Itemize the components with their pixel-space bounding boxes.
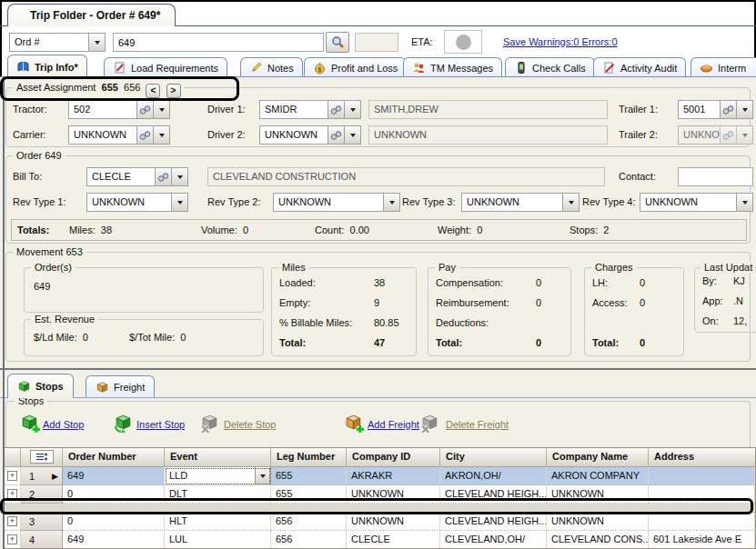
- save-warnings-link[interactable]: Save Warnings:0 Errors:0: [503, 36, 618, 47]
- cell-address[interactable]: [649, 467, 755, 485]
- cell-leg-number[interactable]: 655: [271, 485, 347, 504]
- cell-company-id[interactable]: UNKNOWN: [347, 513, 440, 531]
- dropdown-button[interactable]: [736, 194, 752, 211]
- table-row[interactable]: +20DLT655UNKNOWNCLEVELAND HEIGH...UNKNOW…: [5, 485, 755, 504]
- table-row[interactable]: +30HLT656UNKNOWNCLEVELAND HEIGH...UNKNOW…: [5, 513, 755, 531]
- cell-company-name[interactable]: CLEVELAND CONS...: [547, 531, 649, 549]
- cell-event[interactable]: DLT: [165, 485, 271, 504]
- lookup-binoculars-button[interactable]: [328, 101, 344, 118]
- row-expand-cell[interactable]: +: [5, 531, 21, 549]
- tab-trip-info[interactable]: Trip Info*: [7, 55, 87, 78]
- column-header-event[interactable]: Event: [165, 448, 271, 466]
- insert-stop-link[interactable]: Insert Stop: [136, 419, 185, 430]
- column-header-company-name[interactable]: Company Name: [547, 448, 649, 466]
- table-row[interactable]: +1▶649LLD655AKRAKRAKRON,OH/AKRON COMPANY: [5, 467, 755, 485]
- tab-tm-messages[interactable]: TM Messages: [403, 57, 502, 77]
- row-expand-cell[interactable]: +: [5, 467, 21, 485]
- order-number-input[interactable]: [113, 33, 324, 52]
- row-header[interactable]: 2: [21, 485, 63, 504]
- cell-leg-number[interactable]: 656: [271, 531, 347, 549]
- order-field-selector[interactable]: Ord #: [9, 33, 106, 52]
- expand-plus-icon[interactable]: +: [7, 534, 17, 544]
- row-expand-cell[interactable]: +: [5, 485, 21, 504]
- column-header-order-number[interactable]: Order Number: [63, 448, 165, 466]
- cell-address[interactable]: [649, 513, 755, 531]
- contact-input[interactable]: [678, 167, 753, 186]
- rev-type3-select[interactable]: UNKNOWN: [461, 193, 580, 212]
- cell-order-number[interactable]: 0: [63, 513, 165, 531]
- cell-company-name[interactable]: UNKNOWN: [547, 485, 649, 504]
- expand-plus-icon[interactable]: +: [7, 516, 17, 526]
- carrier-combo[interactable]: UNKNOWN: [68, 125, 170, 145]
- tab-activity-audit[interactable]: Activity Audit: [593, 57, 686, 77]
- dropdown-button[interactable]: [736, 101, 752, 118]
- lookup-binoculars-button[interactable]: [136, 101, 153, 118]
- cell-order-number[interactable]: 649: [63, 467, 165, 485]
- dropdown-button[interactable]: [344, 126, 360, 144]
- cell-event[interactable]: LUL: [165, 531, 271, 549]
- cell-city[interactable]: CLEVELAND HEIGH...: [440, 485, 547, 504]
- rev-type4-select[interactable]: UNKNOWN: [640, 193, 753, 212]
- expand-plus-icon[interactable]: +: [7, 489, 17, 499]
- cell-company-id[interactable]: UNKNOWN: [347, 485, 440, 504]
- tab-intermodal[interactable]: Interm: [690, 57, 756, 77]
- cell-city[interactable]: AKRON,OH/: [440, 467, 547, 485]
- dropdown-button[interactable]: [88, 34, 105, 51]
- window-title-tab[interactable]: Trip Folder - Order # 649*: [7, 4, 176, 26]
- previous-leg-button[interactable]: <: [146, 84, 160, 98]
- column-header-city[interactable]: City: [440, 448, 547, 466]
- cell-company-name[interactable]: UNKNOWN: [547, 513, 649, 531]
- tab-freight[interactable]: Freight: [86, 375, 155, 397]
- cell-city[interactable]: CLEVELAND,OH/: [440, 531, 547, 549]
- tab-load-requirements[interactable]: Load Requirements: [104, 57, 227, 77]
- event-dropdown-button[interactable]: [255, 467, 270, 484]
- cell-order-number[interactable]: 0: [63, 485, 165, 504]
- dropdown-button[interactable]: [344, 101, 360, 118]
- tractor-combo[interactable]: 502: [68, 100, 170, 119]
- dropdown-button[interactable]: [171, 168, 187, 185]
- rev-type2-select[interactable]: UNKNOWN: [273, 193, 400, 212]
- cell-address[interactable]: 601 Lakeside Ave E: [649, 531, 755, 549]
- trailer1-combo[interactable]: 5001: [678, 100, 753, 119]
- cell-leg-number[interactable]: 655: [271, 467, 347, 485]
- cell-event[interactable]: HLT: [165, 513, 271, 531]
- lookup-binoculars-button[interactable]: [720, 101, 736, 118]
- column-header-company-id[interactable]: Company ID: [347, 448, 440, 466]
- cell-company-name[interactable]: AKRON COMPANY: [547, 467, 649, 485]
- dropdown-button[interactable]: [153, 126, 169, 144]
- row-expand-cell[interactable]: +: [5, 513, 21, 531]
- tab-notes[interactable]: Notes: [240, 57, 303, 77]
- tab-profit-and-loss[interactable]: $ Profit and Loss: [304, 57, 407, 77]
- driver2-combo[interactable]: UNKNOWN: [259, 125, 361, 145]
- driver1-combo[interactable]: SMIDR: [259, 100, 361, 119]
- lookup-binoculars-button[interactable]: [136, 126, 153, 144]
- search-button[interactable]: [326, 32, 349, 53]
- column-header-leg-number[interactable]: Leg Number: [271, 448, 347, 466]
- cell-city[interactable]: CLEVELAND HEIGH...: [440, 513, 547, 531]
- cell-leg-number[interactable]: 656: [271, 513, 347, 531]
- add-freight-link[interactable]: Add Freight: [368, 419, 419, 430]
- dropdown-button[interactable]: [562, 194, 579, 211]
- table-row[interactable]: +4649LUL656CLECLECLEVELAND,OH/CLEVELAND …: [5, 531, 755, 549]
- row-header[interactable]: 4: [21, 531, 63, 549]
- cell-company-id[interactable]: AKRAKR: [347, 467, 440, 485]
- row-header[interactable]: 3: [21, 513, 63, 531]
- cell-address[interactable]: [649, 485, 755, 504]
- rev-type1-select[interactable]: UNKNOWN: [86, 193, 188, 212]
- tab-stops[interactable]: Stops: [7, 374, 74, 398]
- dropdown-button[interactable]: [153, 101, 169, 118]
- add-stop-link[interactable]: Add Stop: [43, 419, 84, 430]
- cell-event[interactable]: LLD: [165, 467, 271, 485]
- bill-to-combo[interactable]: CLECLE: [86, 167, 188, 186]
- tab-check-calls[interactable]: Check Calls: [505, 57, 595, 77]
- cell-order-number[interactable]: 649: [63, 531, 165, 549]
- dropdown-button[interactable]: [171, 194, 187, 211]
- row-header[interactable]: 1▶: [21, 467, 63, 485]
- lookup-binoculars-button[interactable]: [155, 168, 171, 185]
- column-header-address[interactable]: Address: [649, 448, 755, 466]
- expand-plus-icon[interactable]: +: [7, 471, 17, 481]
- dropdown-button[interactable]: [383, 194, 399, 211]
- row-header-column[interactable]: [21, 448, 63, 466]
- cell-company-id[interactable]: CLECLE: [347, 531, 440, 549]
- next-leg-button[interactable]: >: [166, 84, 181, 98]
